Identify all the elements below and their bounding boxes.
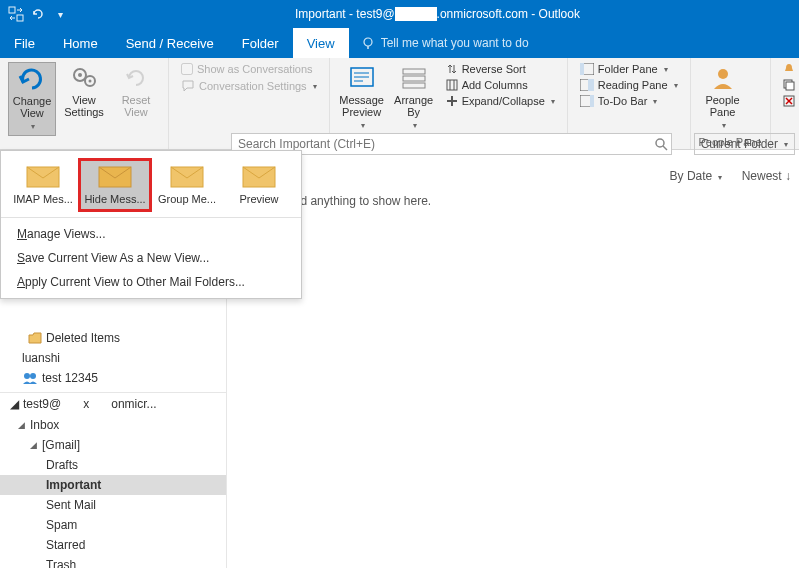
tab-file[interactable]: File [0, 28, 49, 58]
tab-folder[interactable]: Folder [228, 28, 293, 58]
sort-bydate[interactable]: By Date ▾ [670, 169, 722, 183]
sidebar-item-gmail[interactable]: ◢ [Gmail] [0, 435, 226, 455]
sidebar-item-deleted[interactable]: Deleted Items [0, 328, 226, 348]
sidebar-deleted-label: Deleted Items [46, 331, 120, 345]
expand-collapse-button[interactable]: Expand/Collapse▾ [442, 94, 559, 108]
show-as-conv-label: Show as Conversations [197, 63, 313, 75]
view-option-preview-label: Preview [239, 193, 278, 205]
qat-customize-icon[interactable]: ▾ [52, 6, 68, 22]
view-option-preview[interactable]: Preview [223, 159, 295, 211]
sidebar-test12345-label: test 12345 [42, 371, 98, 385]
expand-icon [446, 95, 458, 107]
sidebar-luanshi-label: luanshi [22, 351, 60, 365]
svg-rect-12 [403, 69, 425, 74]
mail-icon [241, 165, 277, 189]
tab-view[interactable]: View [293, 28, 349, 58]
expand-collapse-label: Expand/Collapse [462, 95, 545, 107]
sidebar-item-starred[interactable]: Starred [0, 535, 226, 555]
todo-bar-button[interactable]: To-Do Bar▾ [576, 94, 682, 108]
message-preview-label: Message Preview [339, 94, 384, 118]
tab-home[interactable]: Home [49, 28, 112, 58]
change-view-icon [16, 65, 48, 93]
svg-rect-15 [447, 80, 457, 90]
mail-icon [25, 165, 61, 189]
reading-icon [580, 79, 594, 91]
view-option-hide[interactable]: Hide Mess... [79, 159, 151, 211]
tell-me[interactable]: Tell me what you want to do [349, 28, 541, 58]
reading-pane-label: Reading Pane [598, 79, 668, 91]
arrange-by-button[interactable]: Arrange By▾ [390, 62, 438, 134]
apply-view-menuitem[interactable]: Apply Current View to Other Mail Folders… [1, 270, 301, 294]
view-option-group-label: Group Me... [158, 193, 216, 205]
sidebar-item-test12345[interactable]: test 12345 [0, 368, 226, 388]
view-settings-button[interactable]: View Settings [60, 62, 108, 120]
sidebar-item-important[interactable]: Important [0, 475, 226, 495]
people-icon [707, 64, 739, 92]
reset-view-button[interactable]: Reset View [112, 62, 160, 120]
folder-pane-button[interactable]: Folder Pane▾ [576, 62, 682, 76]
sidebar-item-sent[interactable]: Sent Mail [0, 495, 226, 515]
show-as-conversations-checkbox[interactable]: Show as Conversations [177, 62, 321, 76]
account-censored: x [65, 397, 107, 411]
title-bar: ▾ Important - test9@x.onmicrosoft.com - … [0, 0, 799, 28]
reverse-sort-button[interactable]: Reverse Sort [442, 62, 559, 76]
sidebar-account[interactable]: ◢ test9@xonmicr... [0, 392, 226, 415]
mail-icon [97, 165, 133, 189]
sidebar-item-spam[interactable]: Spam [0, 515, 226, 535]
reading-pane-button[interactable]: Reading Pane▾ [576, 78, 682, 92]
view-option-hide-label: Hide Mess... [84, 193, 145, 205]
change-view-label: Change View [13, 95, 52, 119]
message-preview-icon [346, 64, 378, 92]
svg-point-38 [656, 139, 664, 147]
svg-rect-25 [590, 95, 594, 107]
people-pane-button[interactable]: People Pane▾ [699, 62, 747, 134]
gear-icon [68, 64, 100, 92]
mail-icon [169, 165, 205, 189]
todo-icon [580, 95, 594, 107]
svg-rect-13 [403, 76, 425, 81]
arrange-icon [398, 64, 430, 92]
manage-views-menuitem[interactable]: Manage Views... [1, 222, 301, 246]
sidebar-account-suffix: onmicr... [111, 397, 156, 411]
reset-view-label: Reset View [122, 94, 151, 118]
view-option-imap[interactable]: IMAP Mes... [7, 159, 79, 211]
tell-me-label: Tell me what you want to do [381, 36, 529, 50]
chevron-down-icon: ▾ [31, 121, 35, 133]
window-icon [783, 79, 795, 91]
sidebar-gmail-label: [Gmail] [42, 438, 80, 452]
svg-point-7 [89, 80, 92, 83]
ribbon-tabs: File Home Send / Receive Folder View Tel… [0, 28, 799, 58]
people-pane-label: People Pane [705, 94, 739, 118]
sidebar-item-luanshi[interactable]: luanshi [0, 348, 226, 368]
tab-send-receive[interactable]: Send / Receive [112, 28, 228, 58]
empty-message: We didn't find anything to show here. [227, 190, 799, 212]
folder-pane-label: Folder Pane [598, 63, 658, 75]
send-receive-icon[interactable] [8, 6, 24, 22]
svg-rect-14 [403, 83, 425, 88]
group-current-view: Change View ▾ View Settings Reset View [0, 58, 169, 149]
view-option-group[interactable]: Group Me... [151, 159, 223, 211]
search-scope-dropdown[interactable]: Current Folder ▾ [694, 133, 795, 155]
conversation-settings-button[interactable]: Conversation Settings▾ [177, 78, 321, 94]
svg-point-37 [30, 373, 36, 379]
bell-icon [783, 63, 795, 75]
sidebar-account-prefix: test9@ [23, 397, 61, 411]
sort-newest[interactable]: Newest ↓ [742, 169, 791, 183]
save-view-menuitem[interactable]: Save Current View As a New View... [1, 246, 301, 270]
todo-bar-label: To-Do Bar [598, 95, 648, 107]
reset-icon [120, 64, 152, 92]
sidebar-item-drafts[interactable]: Drafts [0, 455, 226, 475]
open-new-window-button[interactable]: Open in N [779, 78, 799, 92]
close-all-button[interactable]: Close All [779, 94, 799, 108]
svg-point-36 [24, 373, 30, 379]
sidebar-item-inbox[interactable]: ◢ Inbox [0, 415, 226, 435]
reverse-sort-label: Reverse Sort [462, 63, 526, 75]
sidebar-item-trash[interactable]: Trash [0, 555, 226, 568]
search-icon[interactable] [654, 137, 668, 151]
reminders-button[interactable]: Reminder [779, 62, 799, 76]
change-view-button[interactable]: Change View ▾ [8, 62, 56, 136]
add-columns-button[interactable]: Add Columns [442, 78, 559, 92]
view-settings-label: View Settings [64, 94, 104, 118]
undo-icon[interactable] [30, 6, 46, 22]
message-preview-button[interactable]: Message Preview▾ [338, 62, 386, 134]
